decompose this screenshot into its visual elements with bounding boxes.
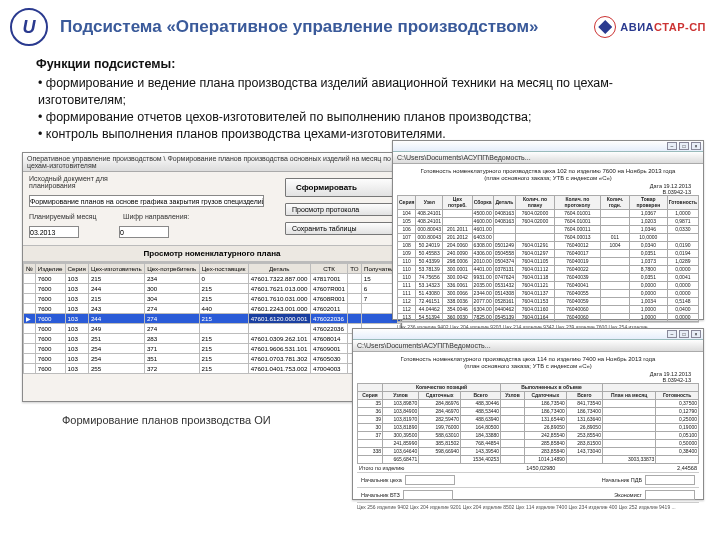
report-window-top: – □ × C:\Users\Documents\АСУПП\Ведомость… <box>392 140 704 320</box>
minimize-icon[interactable]: – <box>667 330 677 338</box>
sig-label: Начальник ПДБ <box>602 477 642 483</box>
month-label: Планируемый месяц <box>29 213 119 220</box>
form-window: Оперативное управление производством \ Ф… <box>22 152 402 402</box>
total-g: 2,44568 <box>677 465 697 471</box>
body-text: Функции подсистемы: формирование и веден… <box>0 50 720 144</box>
maximize-icon[interactable]: □ <box>679 330 689 338</box>
report-date: Дата 19.12.2013В.03942-13 <box>357 371 699 383</box>
sig-input[interactable] <box>403 490 453 500</box>
sig-label: Начальник цеха <box>361 477 402 483</box>
tab-strip[interactable]: Цех 256 изделие 9402 Цех 204 изделие 920… <box>357 502 699 510</box>
maximize-icon[interactable]: □ <box>679 142 689 150</box>
report-date: Дата 19.12.2013В.03942-13 <box>397 183 699 195</box>
total-value: 1450,02980 <box>526 465 555 471</box>
window-title: Оперативное управление производством \ Ф… <box>23 153 401 172</box>
report-grid-bottom: Количество позицийВыполненных в объемеСе… <box>357 383 699 464</box>
function-item: формирование и ведение плана производств… <box>38 75 692 109</box>
screenshot-area: Оперативное управление производством \ Ф… <box>22 152 710 512</box>
window-title: C:\Users\Documents\АСУПП\Ведомость... <box>353 340 703 352</box>
month-input[interactable] <box>29 226 79 238</box>
form-button[interactable]: Сформировать <box>285 178 395 197</box>
total-label: Итого по изделию <box>359 465 404 471</box>
report-title: Готовность номенклатурного производства … <box>357 356 699 369</box>
close-icon[interactable]: × <box>691 330 701 338</box>
figure-caption: Формирование планов производства ОИ <box>62 414 271 426</box>
close-icon[interactable]: × <box>691 142 701 150</box>
window-chrome: – □ × <box>353 329 703 340</box>
save-tables-button[interactable]: Сохранить таблицы <box>285 222 395 235</box>
logo-right: АВИАСТАР-СП <box>594 16 706 38</box>
functions-list: формирование и ведение плана производств… <box>36 75 692 143</box>
function-item: формирование отчетов цехов-изготовителей… <box>38 109 692 126</box>
slide-title: Подсистема «Оперативное управление произ… <box>60 17 594 37</box>
report-window-bottom: – □ × C:\Users\Documents\АСУПП\Ведомость… <box>352 328 704 500</box>
star-icon <box>594 16 616 38</box>
functions-heading: Функции подсистемы: <box>36 56 692 73</box>
src-label: Исходный документ для планирования <box>29 175 119 189</box>
sig-input[interactable] <box>645 475 695 485</box>
source-select[interactable] <box>29 195 264 207</box>
report-grid-top: СерияУзелЦех потреб.СборкаДетальКолич. п… <box>397 195 699 322</box>
shifr-label: Шифр направления: <box>123 213 193 220</box>
brand-text: АВИАСТАР-СП <box>620 21 706 33</box>
shifr-input[interactable] <box>119 226 169 238</box>
logo-left <box>10 8 48 46</box>
sig-label: Экономист <box>614 492 642 498</box>
nomenclature-grid[interactable]: №ИзделиеСерияЦех-изготовительЦех-потреби… <box>23 263 401 374</box>
window-chrome: – □ × <box>393 141 703 152</box>
sig-input[interactable] <box>645 490 695 500</box>
minimize-icon[interactable]: – <box>667 142 677 150</box>
sig-label: Начальник БТЗ <box>361 492 400 498</box>
signature-bar: Начальник цеха Начальник ПДБ <box>357 472 699 487</box>
slide-header: Подсистема «Оперативное управление произ… <box>0 0 720 50</box>
report-title: Готовность номенклатурного производства … <box>397 168 699 181</box>
grid-title: Просмотр номенклатурного плана <box>23 245 401 262</box>
sig-input[interactable] <box>405 475 455 485</box>
signature-bar: Начальник БТЗ Экономист <box>357 487 699 502</box>
window-title: C:\Users\Documents\АСУПП\Ведомость... <box>393 152 703 164</box>
view-protocol-button[interactable]: Просмотр протокола <box>285 203 395 216</box>
